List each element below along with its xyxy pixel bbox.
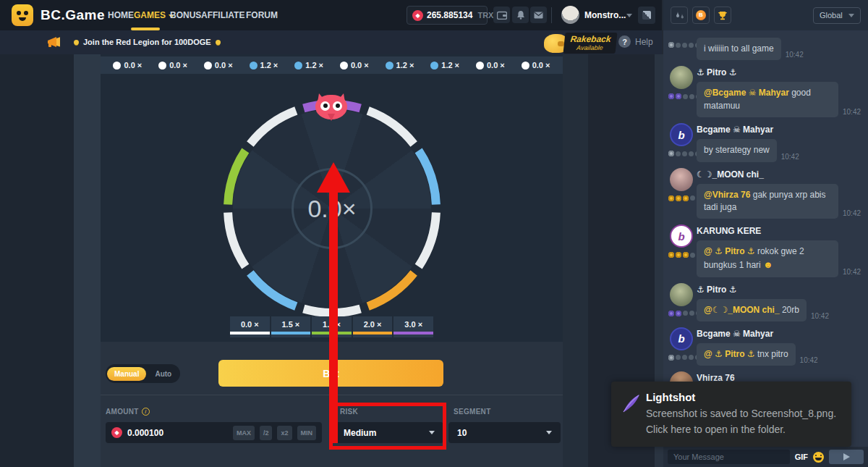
- chat-message-body: ⚓ Pitro ⚓@Bcgame ☠ Mahyar good matamuu10…: [697, 66, 862, 117]
- chat-avatar[interactable]: b: [670, 224, 693, 248]
- page: BC.Game HOME GAMES BONUS AFFILIATE FORUM…: [0, 0, 868, 467]
- legend-colorbar: [271, 332, 311, 335]
- message-bubble: @ ⚓ Pitro ⚓ tnx pitro: [697, 343, 796, 366]
- chat-avatar[interactable]: [670, 168, 693, 191]
- level-badge-icon: [668, 42, 674, 48]
- mention-text[interactable]: @ ⚓ Pitro ⚓: [704, 349, 755, 359]
- half-button[interactable]: /2: [260, 426, 273, 440]
- result-value: 0.0 ×: [487, 61, 505, 70]
- chat-message: i wiiiiin to all game10:42: [666, 38, 862, 60]
- level-badge-icon: [690, 195, 695, 201]
- nav-item-bonus[interactable]: BONUS: [170, 0, 201, 30]
- result-dot-icon: [340, 62, 348, 70]
- coin-drop-button[interactable]: B: [692, 7, 710, 24]
- rain-icon: [675, 11, 684, 20]
- max-button[interactable]: MAX: [233, 426, 255, 440]
- chat-username[interactable]: ⚓ Pitro ⚓: [697, 285, 862, 295]
- result-chip: 1.2 ×: [250, 61, 278, 70]
- message-input[interactable]: [668, 450, 790, 464]
- messages-button[interactable]: [530, 7, 547, 23]
- chat-message-meta: b: [666, 123, 697, 161]
- badge-row: [668, 355, 700, 361]
- chat-username[interactable]: ☾☽_MOON chi_: [697, 169, 862, 180]
- amount-label: AMOUNT: [106, 408, 139, 416]
- chat-avatar[interactable]: [670, 66, 693, 89]
- chat-message-body: ☾☽_MOON chi_@Vhirza 76 gak punya xrp abi…: [697, 168, 862, 219]
- nav-item-games[interactable]: GAMES: [134, 0, 174, 30]
- result-dot-icon: [204, 62, 212, 70]
- level-badge-icon: [689, 94, 694, 99]
- nav-item-forum[interactable]: FORUM: [246, 0, 278, 30]
- rakeback-badge[interactable]: Rakeback Available: [544, 33, 616, 54]
- balance-pill[interactable]: ◆ 265.885134 TRX: [407, 6, 488, 25]
- mention-text[interactable]: @Bcgame ☠ Mahyar: [704, 88, 789, 98]
- rain-button[interactable]: [671, 7, 688, 24]
- chat-username[interactable]: Bcgame ☠ Mahyar: [697, 329, 862, 339]
- gif-button[interactable]: GIF: [795, 453, 808, 461]
- laugh-emoji-icon: ☻: [763, 259, 773, 270]
- chat-username[interactable]: Bcgame ☠ Mahyar: [697, 125, 862, 135]
- mention-text[interactable]: @ ⚓ Pitro ⚓: [704, 246, 755, 256]
- result-value: 0.0 ×: [215, 61, 233, 70]
- channel-select[interactable]: Global: [813, 7, 861, 24]
- double-button[interactable]: x2: [277, 426, 292, 440]
- manual-tab[interactable]: Manual: [107, 367, 146, 381]
- message-time: 10:42: [800, 356, 818, 366]
- user-avatar[interactable]: [561, 6, 579, 24]
- legend-label: 1.5 ×: [271, 320, 311, 329]
- chat-message: bKARUNG KERE@ ⚓ Pitro ⚓ rokok gwe 2 bung…: [666, 224, 862, 277]
- result-value: 0.0 ×: [351, 61, 369, 70]
- level-badge-icon: [676, 355, 681, 360]
- feather-icon: [621, 393, 642, 413]
- legend-label: 3.0 ×: [393, 320, 433, 329]
- toast-title: Lightshot: [646, 391, 695, 403]
- amount-input[interactable]: [127, 428, 228, 438]
- level-badge-icon: [668, 252, 674, 258]
- mention-text[interactable]: @☾☽_MOON chi_: [704, 305, 780, 315]
- announcement-message[interactable]: Join the Red Legion for 100DOGE: [69, 38, 225, 46]
- nav-item-affiliate[interactable]: AFFILIATE: [201, 0, 244, 30]
- user-caret-icon[interactable]: [626, 14, 632, 17]
- message-bubble: @Vhirza 76 gak punya xrp abis tadi juga: [697, 184, 838, 219]
- help-button[interactable]: ? Help: [618, 35, 653, 48]
- brand-name[interactable]: BC.Game: [41, 7, 105, 23]
- nav-item-home[interactable]: HOME: [108, 0, 134, 30]
- trx-coin-icon: ◆: [412, 10, 423, 21]
- emoji-button[interactable]: [813, 452, 824, 463]
- brand-logo-icon[interactable]: [12, 4, 33, 26]
- wallet-button[interactable]: [493, 7, 510, 23]
- chat-username[interactable]: ⚓ Pitro ⚓: [697, 67, 862, 77]
- chat-message-meta: [666, 38, 697, 60]
- lightshot-toast[interactable]: Lightshot Screenshot is saved to Screens…: [611, 382, 851, 447]
- segment-select[interactable]: 10: [448, 422, 561, 443]
- mention-text[interactable]: @Vhirza 76: [704, 190, 750, 200]
- contest-button[interactable]: [714, 7, 731, 24]
- chat-message-meta: [666, 168, 697, 219]
- chat-username[interactable]: KARUNG KERE: [697, 226, 862, 236]
- layout-toggle-button[interactable]: [638, 7, 655, 24]
- help-label: Help: [635, 37, 653, 47]
- level-badge-icon: [682, 43, 687, 48]
- message-time: 10:42: [843, 209, 861, 219]
- level-badge-icon: [676, 311, 681, 316]
- send-button[interactable]: [829, 450, 864, 464]
- result-dot-icon: [430, 62, 438, 70]
- chat-avatar[interactable]: b: [670, 327, 693, 350]
- level-badge-icon: [668, 355, 674, 361]
- result-value: 1.2 ×: [305, 61, 323, 70]
- result-chip: 1.2 ×: [386, 61, 414, 70]
- result-dot-icon: [294, 62, 302, 70]
- message-bubble: by sterategy new: [697, 139, 777, 161]
- chat-avatar[interactable]: b: [670, 123, 693, 146]
- segment-caret-icon: [546, 431, 552, 434]
- info-icon[interactable]: i: [142, 408, 150, 416]
- min-button[interactable]: MIN: [297, 426, 317, 440]
- message-bubble: @☾☽_MOON chi_ 20rb: [697, 299, 807, 321]
- auto-tab[interactable]: Auto: [148, 367, 179, 381]
- username[interactable]: Monstro...: [584, 10, 626, 20]
- result-dot-icon: [250, 62, 258, 70]
- chat-avatar[interactable]: [670, 283, 693, 306]
- notifications-button[interactable]: [512, 7, 529, 23]
- legend-colorbar: [230, 332, 270, 335]
- results-history-bar: 0.0 ×0.0 ×0.0 ×1.2 ×1.2 ×0.0 ×1.2 ×1.2 ×…: [101, 56, 563, 74]
